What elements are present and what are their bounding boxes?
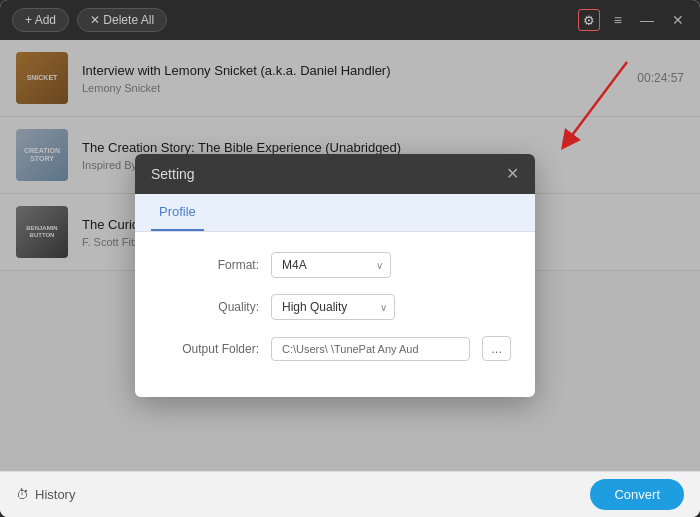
settings-modal: Setting ✕ Profile Format: M4A MP [135,154,535,397]
bottom-bar: ⏱ History Convert [0,471,700,517]
title-bar: + Add ✕ Delete All ⚙ ≡ — ✕ [0,0,700,40]
svg-line-1 [567,62,627,142]
modal-header: Setting ✕ [135,154,535,194]
browse-folder-button[interactable]: ... [482,336,511,361]
title-bar-right: ⚙ ≡ — ✕ [578,9,688,31]
modal-tab-row: Profile [135,194,535,232]
history-label: History [35,487,75,502]
title-bar-left: + Add ✕ Delete All [12,8,167,32]
modal-overlay: Setting ✕ Profile Format: M4A MP [0,40,700,471]
modal-title: Setting [151,166,195,182]
output-folder-label: Output Folder: [159,342,259,356]
quality-label: Quality: [159,300,259,314]
quality-row: Quality: High Quality Medium Quality Low… [159,294,511,320]
modal-form: Format: M4A MP3 AAC FLAC WAV [135,232,535,397]
quality-select-wrapper: High Quality Medium Quality Low Quality [271,294,395,320]
history-icon: ⏱ [16,487,29,502]
format-row: Format: M4A MP3 AAC FLAC WAV [159,252,511,278]
add-button[interactable]: + Add [12,8,69,32]
content-area: SNICKET Interview with Lemony Snicket (a… [0,40,700,471]
output-folder-row: Output Folder: C:\Users\ \TunePat Any Au… [159,336,511,361]
format-select[interactable]: M4A MP3 AAC FLAC WAV [271,252,391,278]
modal-close-button[interactable]: ✕ [506,166,519,182]
quality-select[interactable]: High Quality Medium Quality Low Quality [271,294,395,320]
format-label: Format: [159,258,259,272]
modal-body: Profile Format: M4A MP3 AAC FLAC [135,194,535,397]
minimize-button[interactable]: — [636,10,658,30]
delete-all-button[interactable]: ✕ Delete All [77,8,167,32]
arrow-indicator [532,52,652,162]
tab-profile[interactable]: Profile [151,194,204,231]
history-button[interactable]: ⏱ History [16,487,75,502]
menu-button[interactable]: ≡ [610,10,626,30]
convert-button[interactable]: Convert [590,479,684,510]
close-button[interactable]: ✕ [668,10,688,30]
format-select-wrapper: M4A MP3 AAC FLAC WAV [271,252,391,278]
settings-button[interactable]: ⚙ [578,9,600,31]
output-path: C:\Users\ \TunePat Any Aud [271,337,470,361]
app-window: + Add ✕ Delete All ⚙ ≡ — ✕ SNICKET Inter… [0,0,700,517]
